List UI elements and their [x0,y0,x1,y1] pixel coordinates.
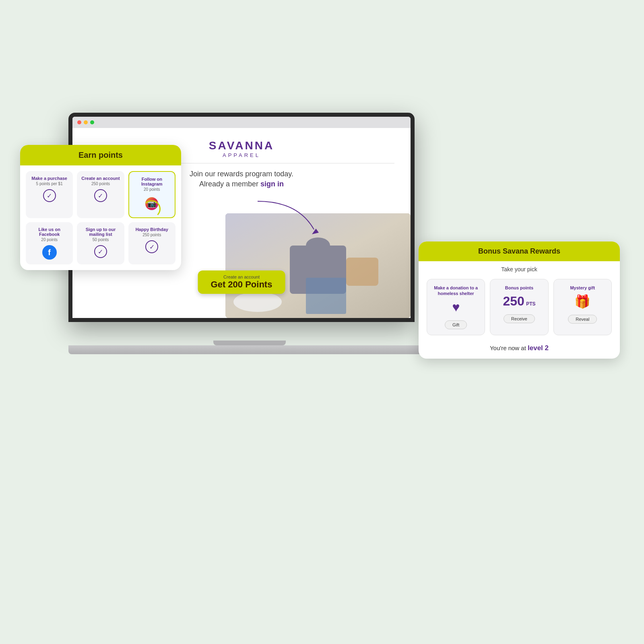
bonus-pts-label: PTS [526,301,535,307]
earn-item-account: Create an account 250 points ✓ [77,171,124,218]
earn-item-mailing: Sign up to our mailing list 50 points ✓ [77,222,124,264]
bonus-gift-title: Mystery gift [558,285,607,291]
earn-account-title: Create an account [80,176,121,181]
bonus-points-title: Bonus points [494,285,544,291]
cta-main-label: Get 200 Points [211,279,272,290]
earn-instagram-pts: 20 points [132,187,171,192]
earn-birthday-pts: 250 points [132,233,172,237]
earn-facebook-title: Like us on Facebook [29,227,70,237]
svg-marker-6 [312,229,319,234]
laptop-base [68,345,431,354]
signin-link[interactable]: sign in [260,180,284,188]
earn-item-instagram: Follow on Instagram 20 points 📷 [128,171,175,218]
spin-ring-icon [143,200,161,218]
bonus-option-donation: Make a donation to a homeless shelter ♥ … [427,279,485,335]
earn-points-header: Earn points [20,145,181,165]
bonus-pts-value: 250 [503,294,524,308]
arrow-svg [250,197,330,246]
bonus-header: Bonus Savana Rewards [419,242,620,261]
check-icon-birthday: ✓ [145,240,158,253]
member-text: Already a member sign in [199,180,284,188]
earn-purchase-title: Make a purchase [29,176,70,181]
level-text: You're now at level 2 [419,340,620,359]
svg-rect-5 [306,278,346,314]
cta-sub-label: Create an account [211,275,272,279]
facebook-icon: f [42,245,57,260]
svg-point-3 [233,292,282,312]
earn-purchase-pts: 5 points per $1 [29,182,70,186]
bonus-subtitle: Take your pick [419,261,620,274]
check-icon-account: ✓ [94,189,107,202]
earn-item-birthday: Happy Birthday 250 points ✓ [128,222,175,264]
minimize-dot [84,120,88,124]
check-icon-mailing: ✓ [94,245,107,258]
earn-points-grid: Make a purchase 5 points per $1 ✓ Create… [20,165,181,270]
maximize-dot [90,120,94,124]
earn-points-card: Earn points Make a purchase 5 points per… [20,145,181,270]
bonus-options-grid: Make a donation to a homeless shelter ♥ … [419,274,620,340]
join-text: Join our rewards program today. [190,170,293,178]
bonus-rewards-card: Bonus Savana Rewards Take your pick Make… [419,242,620,359]
gift-button[interactable]: Gift [445,320,467,329]
brand-name: SAVANNA [209,139,274,152]
earn-facebook-pts: 20 points [29,237,70,242]
check-icon-purchase: ✓ [43,189,56,202]
reveal-button[interactable]: Reveal [568,315,597,324]
receive-button[interactable]: Receive [504,314,535,323]
earn-instagram-title: Follow on Instagram [132,177,171,186]
svg-rect-4 [346,258,378,286]
cta-button[interactable]: Create an account Get 200 Points [198,270,285,294]
earn-mailing-title: Sign up to our mailing list [80,227,121,237]
heart-icon: ♥ [431,300,481,315]
gift-icon: 🎁 [558,294,607,309]
level-value: level 2 [528,344,549,352]
brand-subtitle: APPAREL [223,152,260,158]
close-dot [77,120,81,124]
bonus-title: Bonus Savana Rewards [478,247,560,255]
earn-mailing-pts: 50 points [80,237,121,242]
earn-points-title: Earn points [78,151,123,159]
bonus-donation-title: Make a donation to a homeless shelter [431,285,481,297]
earn-item-facebook: Like us on Facebook 20 points f [26,222,73,264]
bonus-option-gift: Mystery gift 🎁 Reveal [553,279,612,335]
earn-birthday-title: Happy Birthday [132,227,172,232]
earn-account-pts: 250 points [80,182,121,186]
laptop-titlebar [72,117,411,128]
earn-item-purchase: Make a purchase 5 points per $1 ✓ [26,171,73,218]
laptop-notch [213,341,286,345]
bonus-option-points: Bonus points 250 PTS Receive [490,279,548,335]
